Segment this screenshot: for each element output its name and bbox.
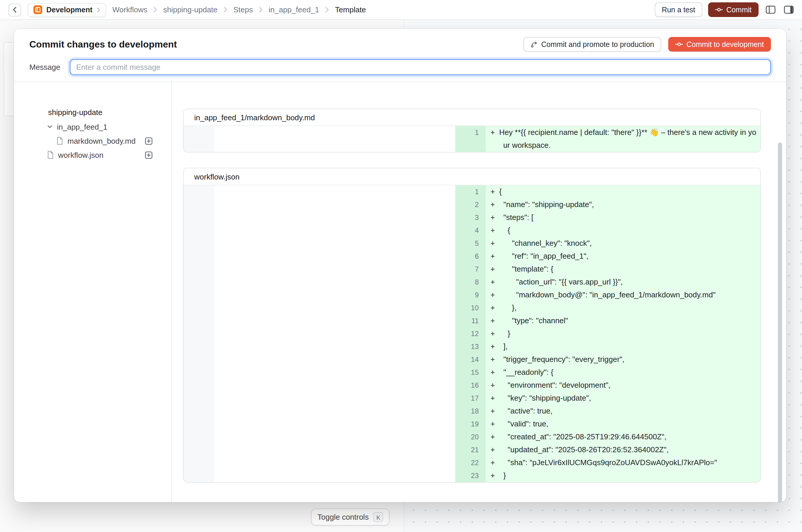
diff-row: 3 + "steps": [ (184, 211, 760, 224)
breadcrumb-separator-icon (224, 6, 228, 13)
line-number: 7 (455, 263, 486, 276)
old-line-number (184, 276, 214, 289)
old-line-number (184, 443, 214, 456)
line-number: 11 (455, 315, 486, 327)
added-line: + "name": "shipping-update", (486, 198, 760, 211)
diff-added-icon (145, 151, 152, 159)
diff-line-content: + "active": true, (486, 405, 760, 418)
old-line-content (214, 237, 455, 250)
old-line-number (184, 405, 214, 418)
commit-message-input[interactable] (70, 59, 771, 75)
diff-line-content: + "steps": [ (486, 211, 760, 224)
diff-row: 23 + } (184, 469, 760, 482)
diff-file-name: workflow.json (184, 168, 760, 185)
old-line-content (214, 340, 455, 353)
line-number: 8 (455, 276, 486, 289)
breadcrumb-steps[interactable]: Steps (234, 5, 253, 14)
diff-row: 10 + }, (184, 302, 760, 315)
old-line-number (184, 289, 214, 302)
line-number: 18 (455, 405, 486, 418)
diff-line-content: + "key": "shipping-update", (486, 392, 760, 405)
run-a-test-button[interactable]: Run a test (655, 2, 702, 17)
added-line: + "template": { (486, 263, 760, 276)
old-line-number (184, 315, 214, 327)
breadcrumb-workflows[interactable]: Workflows (112, 5, 147, 14)
run-a-test-label: Run a test (662, 5, 695, 14)
breadcrumb-step-ref[interactable]: in_app_feed_1 (269, 5, 319, 14)
old-line-content (214, 263, 455, 276)
line-number: 6 (455, 250, 486, 263)
added-line: + ], (486, 340, 760, 353)
file-icon (47, 151, 54, 159)
diff-row: 18 + "active": true, (184, 405, 760, 418)
old-line-number (184, 456, 214, 469)
commit-and-promote-label: Commit and promote to production (541, 40, 654, 49)
environment-label: Development (46, 5, 92, 14)
commit-modal: Commit changes to development Commit and… (14, 29, 786, 502)
diff-line-content: + } (486, 327, 760, 340)
breadcrumb-separator-icon (153, 6, 157, 13)
diff-line-content: + "channel_key": "knock", (486, 237, 760, 250)
toggle-right-panel-button[interactable] (783, 4, 795, 15)
old-line-content (214, 250, 455, 263)
line-number: 5 (455, 237, 486, 250)
app-window: Toggle controls K Development Workflows … (0, 0, 802, 532)
tree-file-markdown-body[interactable]: markdown_body.md (14, 134, 171, 148)
environment-switcher[interactable]: Development (27, 3, 106, 17)
diff-file-name: in_app_feed_1/markdown_body.md (184, 109, 760, 126)
added-line: + "key": "shipping-update", (486, 392, 760, 405)
old-line-content (214, 185, 455, 198)
keyboard-shortcut-k: K (373, 512, 384, 522)
added-line: + "updated_at": "2025-08-26T20:26:52.364… (486, 443, 760, 456)
modal-actions: Commit and promote to production Commit … (523, 37, 771, 52)
added-line: + "channel_key": "knock", (486, 237, 760, 250)
scrollbar[interactable] (778, 142, 782, 502)
line-number: 21 (455, 443, 486, 456)
diff-line-content: + }, (486, 302, 760, 315)
commit-label: Commit (726, 5, 751, 14)
diff-row: 16 + "environment": "development", (184, 379, 760, 392)
added-line: + Hey **{{ recipient.name | default: "th… (486, 126, 760, 152)
diff-line-content: + "action_url": "{{ vars.app_url }}", (486, 276, 760, 289)
diff-row: 21 + "updated_at": "2025-08-26T20:26:52.… (184, 443, 760, 456)
tree-file-workflow-json[interactable]: workflow.json (14, 148, 171, 162)
commit-and-promote-button[interactable]: Commit and promote to production (523, 37, 661, 52)
diff-line-content: + "environment": "development", (486, 379, 760, 392)
commit-button[interactable]: Commit (708, 2, 759, 17)
added-line: + "sha": "pJeLVir6xIlUCMGqs9qroZoUAVDSwA… (486, 456, 760, 469)
diff-line-content: + "template": { (486, 263, 760, 276)
old-line-number (184, 126, 214, 152)
toggle-left-panel-button[interactable] (764, 4, 777, 15)
diff-line-content: + ], (486, 340, 760, 353)
back-button[interactable] (8, 3, 21, 16)
old-line-number (184, 340, 214, 353)
breadcrumb-workflow-key[interactable]: shipping-update (163, 5, 217, 14)
diff-row: 20 + "created_at": "2025-08-25T19:29:46.… (184, 431, 760, 443)
diff-row: 14 + "trigger_frequency": "every_trigger… (184, 353, 760, 366)
old-line-number (184, 327, 214, 340)
line-number: 17 (455, 392, 486, 405)
added-line: + }, (486, 302, 760, 315)
line-number: 2 (455, 198, 486, 211)
added-line: + "type": "channel" (486, 315, 760, 327)
panel-left-icon (766, 5, 776, 14)
diff-panel: in_app_feed_1/markdown_body.md 1 + Hey *… (172, 82, 786, 502)
diff-row: 9 + "markdown_body@": "in_app_feed_1/mar… (184, 289, 760, 302)
diff-line-content: + "created_at": "2025-08-25T19:29:46.644… (486, 431, 760, 443)
old-line-content (214, 418, 455, 431)
old-line-content (214, 366, 455, 379)
commit-to-development-button[interactable]: Commit to development (668, 37, 771, 52)
diff-line-content: + "__readonly": { (486, 366, 760, 379)
added-line: + } (486, 469, 760, 482)
toggle-controls-button[interactable]: Toggle controls K (311, 509, 390, 526)
tree-folder-in-app-feed-1[interactable]: in_app_feed_1 (14, 120, 171, 134)
file-icon (56, 137, 63, 145)
diff-line-content: + "valid": true, (486, 418, 760, 431)
added-line: + } (486, 327, 760, 340)
diff-row: 17 + "key": "shipping-update", (184, 392, 760, 405)
chevron-right-icon (96, 7, 100, 13)
added-line: + { (486, 185, 760, 198)
diff-line-content: + "sha": "pJeLVir6xIlUCMGqs9qroZoUAVDSwA… (486, 456, 760, 469)
old-line-content (214, 353, 455, 366)
old-line-content (214, 211, 455, 224)
